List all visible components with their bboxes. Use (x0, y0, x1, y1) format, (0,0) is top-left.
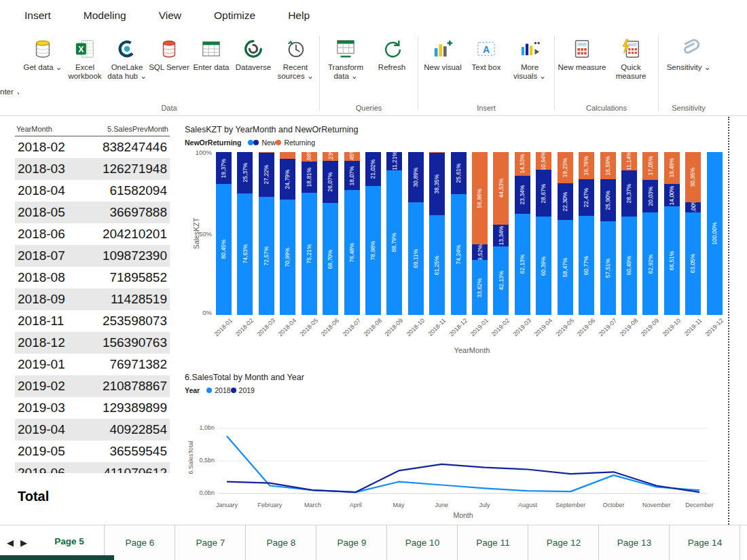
table-row[interactable]: 2018-11253598073 (15, 310, 170, 332)
table-row[interactable]: 2018-02838247446 (15, 136, 170, 158)
bar-segment-blank[interactable]: 88,79% (386, 170, 402, 315)
bar-segment-blank[interactable]: 60,77% (579, 216, 594, 315)
bar-2018-07[interactable]: 5,45%18,07%76,48% (344, 152, 360, 315)
bar-segment-returning[interactable]: 14,53% (515, 152, 530, 176)
table-row[interactable]: 2018-07109872390 (15, 245, 170, 267)
bar-2019-11[interactable]: 30,95%6,00%63,05% (685, 152, 701, 315)
table-row[interactable]: 2019-02210878867 (15, 375, 170, 397)
bar-segment-blank[interactable]: 74,24% (451, 194, 467, 315)
bar-segment-blank[interactable]: 63,05% (685, 212, 701, 315)
next-page-arrow-icon[interactable]: ▶ (20, 538, 27, 548)
bar-segment-blank[interactable]: 60,49% (621, 217, 637, 315)
enter-data-button[interactable]: Enter data (190, 33, 232, 72)
bar-segment-new[interactable]: 25,90% (600, 179, 616, 221)
bar-segment-new[interactable]: 19,37% (216, 152, 232, 183)
table-row[interactable]: 2019-06411070612 (15, 462, 170, 473)
bar-2018-10[interactable]: 30,89%69,11% (408, 152, 424, 315)
bar-segment-new[interactable]: 21,02% (365, 152, 381, 186)
new-measure-button[interactable]: New measure (558, 33, 606, 72)
bar-segment-blank[interactable]: 78,98% (365, 186, 381, 315)
bar-segment-returning[interactable]: 5,23% (323, 152, 338, 161)
tab-page-13[interactable]: Page 13 (599, 525, 670, 560)
tab-page-14[interactable]: Page 14 (670, 525, 740, 560)
bar-segment-blank[interactable]: 75,21% (302, 193, 317, 316)
bar-segment-new[interactable]: 18,81% (302, 162, 317, 192)
bar-segment-blank[interactable]: 62,92% (642, 212, 658, 315)
table-row[interactable]: 2018-03126271948 (15, 158, 170, 180)
bar-2018-02[interactable]: 25,37%74,63% (237, 152, 253, 315)
stacked-bar-chart-visual[interactable]: SalesKZT by YearMonth and NewOrReturning… (185, 125, 728, 371)
bar-segment-blank[interactable]: 60,39% (536, 217, 551, 315)
bar-segment-new[interactable]: 26,07% (323, 161, 338, 204)
bar-segment-blank[interactable]: 68,70% (323, 203, 338, 315)
bar-segment-returning[interactable]: 5,45% (344, 152, 360, 161)
sensitivity-button[interactable]: Sensitivity ⌄ (661, 33, 716, 72)
legend-item-returning[interactable]: Returning (276, 138, 315, 147)
menu-help[interactable]: Help (288, 10, 310, 22)
onelake-data-hub-button[interactable]: OneLake data hub ⌄ (106, 33, 148, 81)
bar-segment-blank[interactable]: 100,00% (707, 152, 723, 315)
bar-segment-blank[interactable]: 62,13% (515, 214, 530, 315)
tab-page-7[interactable]: Page 7 (175, 525, 246, 560)
table-row[interactable]: 2019-03129389899 (15, 397, 170, 419)
table-row[interactable]: 2018-0461582094 (15, 180, 170, 202)
bar-2018-09[interactable]: 11,21%88,79% (386, 152, 402, 315)
bar-segment-blank[interactable]: 33,62% (472, 260, 488, 315)
menu-modeling[interactable]: Modeling (84, 10, 126, 22)
bar-segment-blank[interactable]: 74,63% (237, 193, 253, 315)
ribbon-partial-button[interactable]: nter ⌄ (0, 31, 19, 115)
bar-segment-blank[interactable]: 76,48% (344, 190, 360, 315)
legend-item-2018[interactable]: 2018 (206, 386, 230, 394)
bar-2019-09[interactable]: 17,05%20,03%62,92% (642, 152, 658, 315)
tab-page-9[interactable]: Page 9 (316, 525, 387, 560)
line-series-2018[interactable] (227, 436, 699, 493)
table-row[interactable]: 2019-0440922854 (15, 419, 170, 441)
bar-segment-new[interactable]: 38,35% (429, 153, 445, 215)
refresh-button[interactable]: Refresh (369, 33, 415, 72)
bar-2019-07[interactable]: 16,59%25,90%57,51% (600, 152, 616, 315)
bar-segment-returning[interactable]: 11,14% (621, 152, 637, 170)
bar-2018-11[interactable]: 38,35%61,25% (429, 152, 445, 315)
bar-2019-04[interactable]: 10,94%28,67%60,39% (536, 152, 551, 315)
table-row[interactable]: 2019-0176971382 (15, 354, 170, 375)
bar-segment-returning[interactable]: 16,59% (600, 152, 616, 179)
bar-segment-blank[interactable]: 80,45% (216, 184, 232, 315)
bar-segment-blank[interactable]: 57,51% (600, 221, 616, 315)
table-row[interactable]: 2018-0911428519 (15, 288, 170, 310)
bar-segment-new[interactable]: 14,00% (664, 184, 680, 207)
bar-segment-blank[interactable]: 72,57% (259, 197, 274, 315)
bar-2019-08[interactable]: 11,14%28,37%60,49% (621, 152, 637, 315)
excel-workbook-button[interactable]: XExcel workbook (64, 33, 106, 81)
bar-2019-03[interactable]: 14,53%23,34%62,13% (515, 152, 530, 315)
table-visual[interactable]: YearMonth 5.SalesPrevMonth 2018-02838247… (15, 125, 170, 515)
bar-2018-12[interactable]: 25,61%74,24% (451, 152, 467, 315)
bar-segment-returning[interactable]: 19,23% (558, 152, 573, 183)
legend-item-2019[interactable]: 2019 (231, 386, 255, 394)
bar-segment-blank[interactable]: 61,25% (429, 215, 445, 315)
bar-segment-new[interactable]: 22,47% (579, 179, 594, 216)
bar-segment-blank[interactable]: 42,13% (493, 246, 509, 315)
tab-page-10[interactable]: Page 10 (387, 525, 458, 560)
bar-segment-new[interactable]: 25,37% (237, 152, 253, 193)
menu-view[interactable]: View (159, 10, 181, 22)
menu-insert[interactable]: Insert (24, 10, 51, 22)
bar-segment-returning[interactable]: 10,94% (536, 152, 551, 170)
table-row[interactable]: 2018-0871895852 (15, 267, 170, 288)
bar-2018-04[interactable]: 24,79%70,99% (280, 152, 295, 315)
bar-segment-returning[interactable]: 44,53% (493, 152, 509, 225)
bar-segment-new[interactable]: 25,61% (451, 152, 467, 193)
bar-segment-new[interactable]: 27,22% (259, 153, 274, 197)
bar-2018-05[interactable]: 5,98%18,81%75,21% (302, 152, 317, 315)
table-row[interactable]: 2018-0536697888 (15, 202, 170, 223)
table-row[interactable]: 2018-12156390763 (15, 332, 170, 354)
table-row[interactable]: 2019-0536559545 (15, 441, 170, 462)
bar-segment-new[interactable]: 20,03% (642, 180, 658, 212)
bar-segment-returning[interactable]: 16,76% (579, 152, 594, 179)
bar-segment-new[interactable]: 22,30% (558, 183, 573, 220)
bar-2019-01[interactable]: 56,86%9,52%33,62% (472, 152, 488, 315)
bar-segment-returning[interactable]: 56,86% (472, 152, 488, 244)
legend-item-blank[interactable] (248, 140, 253, 145)
bar-segment-returning[interactable] (280, 152, 295, 159)
bar-2018-06[interactable]: 5,23%26,07%68,70% (323, 152, 338, 315)
bar-segment-new[interactable]: 9,52% (472, 244, 488, 260)
